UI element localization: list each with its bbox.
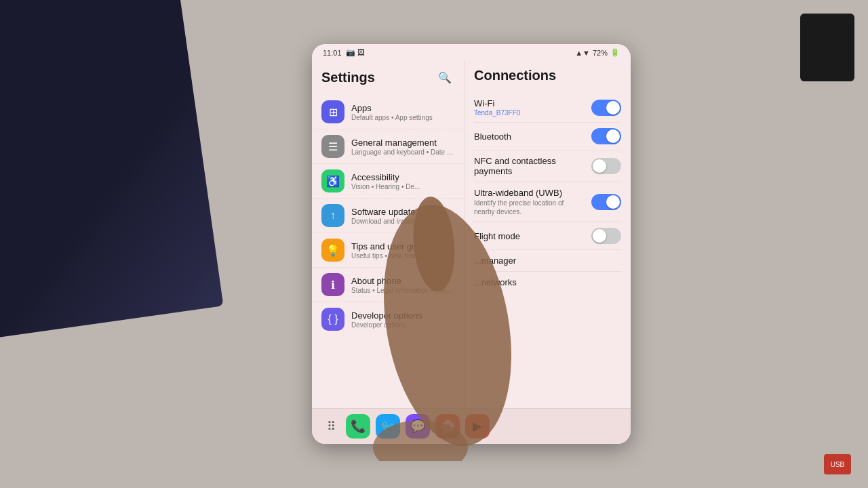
- connection-info-flight_mode: Flight mode: [474, 231, 586, 241]
- connections-panel: Connections Wi-Fi Tenda_B73FF0 Bluetooth…: [465, 60, 631, 408]
- item-text-tips: Tips and user guide Useful tips • New fe…: [351, 241, 454, 260]
- connection-name-mobile_manager: ...manager: [474, 256, 621, 266]
- toggle-bluetooth[interactable]: [591, 128, 621, 144]
- connection-info-networks: ...networks: [474, 277, 621, 287]
- toggle-knob-flight_mode: [593, 229, 606, 243]
- item-text-general_management: General management Language and keyboard…: [351, 138, 454, 156]
- connection-item-mobile_manager[interactable]: ...manager: [474, 250, 621, 272]
- status-left: 11:01 📷 🖼: [323, 48, 365, 57]
- connection-info-nfc: NFC and contactless payments: [474, 156, 586, 176]
- connection-item-bluetooth[interactable]: Bluetooth: [474, 123, 621, 150]
- connection-info-mobile_manager: ...manager: [474, 256, 621, 266]
- item-title-tips: Tips and user guide: [351, 241, 454, 251]
- charger: [800, 14, 854, 81]
- item-icon-accessibility: ♿: [321, 169, 344, 192]
- item-icon-software_update: ↑: [321, 204, 344, 227]
- connection-item-nfc[interactable]: NFC and contactless payments: [474, 150, 621, 182]
- apps-grid-button[interactable]: ⠿: [321, 417, 340, 436]
- item-subtitle-about_phone: Status • Legal information • Phone name: [351, 287, 454, 294]
- phone-device: 11:01 📷 🖼 ▲▼ 72% 🔋 Settings 🔍 ⊞ Apps D: [312, 44, 631, 444]
- status-right: ▲▼ 72% 🔋: [575, 48, 620, 57]
- connection-name-networks: ...networks: [474, 277, 621, 287]
- connection-desc-uwb: Identify the precise location of nearby …: [474, 199, 586, 216]
- connection-name-wifi: Wi-Fi: [474, 98, 586, 108]
- settings-list: ⊞ Apps Default apps • App settings ☰ Gen…: [312, 95, 464, 336]
- connection-info-wifi: Wi-Fi Tenda_B73FF0: [474, 98, 586, 117]
- connection-item-uwb[interactable]: Ultra-wideband (UWB) Identify the precis…: [474, 182, 621, 222]
- item-subtitle-accessibility: Vision • Hearing • De...: [351, 183, 454, 190]
- item-title-developer_options: Developer options: [351, 310, 454, 321]
- item-title-software_update: Software update: [351, 207, 454, 217]
- settings-panel: Settings 🔍 ⊞ Apps Default apps • App set…: [312, 60, 465, 408]
- dock-icon-phone[interactable]: 📞: [346, 414, 370, 439]
- connections-title: Connections: [474, 68, 621, 83]
- battery-level: 72%: [593, 49, 608, 57]
- dock-icons: 📞🐦💬🌸▶: [346, 414, 490, 439]
- settings-item-software_update[interactable]: ↑ Software update Download and install: [312, 199, 464, 233]
- toggle-knob-bluetooth: [606, 129, 620, 143]
- toggle-knob-wifi: [606, 101, 620, 115]
- notification-icons: 📷 🖼: [346, 48, 365, 57]
- dock-icon-youtube[interactable]: ▶: [465, 414, 490, 439]
- toggle-nfc[interactable]: [591, 158, 621, 174]
- toggle-flight_mode[interactable]: [591, 228, 621, 244]
- item-text-developer_options: Developer options Developer options: [351, 310, 454, 329]
- connection-item-flight_mode[interactable]: Flight mode: [474, 222, 621, 250]
- connection-info-bluetooth: Bluetooth: [474, 131, 586, 142]
- connection-name-uwb: Ultra-wideband (UWB): [474, 188, 586, 198]
- item-icon-developer_options: { }: [321, 308, 344, 331]
- item-icon-general_management: ☰: [321, 135, 344, 158]
- settings-item-about_phone[interactable]: ℹ About phone Status • Legal information…: [312, 268, 464, 302]
- item-text-accessibility: Accessibility Vision • Hearing • De...: [351, 172, 454, 190]
- settings-title: Settings: [321, 70, 375, 85]
- item-text-software_update: Software update Download and install: [351, 207, 454, 225]
- item-title-accessibility: Accessibility: [351, 172, 454, 182]
- item-title-about_phone: About phone: [351, 276, 454, 286]
- app-dock: ⠿ 📞🐦💬🌸▶: [312, 408, 631, 444]
- toggle-wifi[interactable]: [591, 100, 621, 116]
- connection-info-uwb: Ultra-wideband (UWB) Identify the precis…: [474, 188, 586, 216]
- item-text-about_phone: About phone Status • Legal information •…: [351, 276, 454, 294]
- dock-icon-messenger[interactable]: 💬: [406, 414, 430, 439]
- usb-icon: USB: [824, 454, 851, 474]
- connection-item-networks[interactable]: ...networks: [474, 272, 621, 293]
- item-subtitle-tips: Useful tips • New features: [351, 252, 454, 260]
- connection-sub-wifi: Tenda_B73FF0: [474, 109, 586, 117]
- dock-icon-flower[interactable]: 🌸: [435, 414, 460, 439]
- connection-name-nfc: NFC and contactless payments: [474, 156, 586, 176]
- search-icon: 🔍: [438, 71, 452, 84]
- clock: 11:01: [323, 49, 342, 57]
- settings-item-apps[interactable]: ⊞ Apps Default apps • App settings: [312, 95, 464, 129]
- settings-item-developer_options[interactable]: { } Developer options Developer options: [312, 302, 464, 336]
- battery-icon: 🔋: [610, 48, 620, 57]
- item-title-general_management: General management: [351, 138, 454, 148]
- item-icon-apps: ⊞: [321, 100, 344, 123]
- item-subtitle-software_update: Download and install: [351, 218, 454, 225]
- toggle-uwb[interactable]: [591, 194, 621, 210]
- settings-item-general_management[interactable]: ☰ General management Language and keyboa…: [312, 129, 464, 164]
- toggle-knob-uwb: [606, 195, 620, 209]
- item-subtitle-apps: Default apps • App settings: [351, 114, 454, 121]
- item-subtitle-developer_options: Developer options: [351, 321, 454, 329]
- connection-name-bluetooth: Bluetooth: [474, 131, 586, 142]
- connections-list: Wi-Fi Tenda_B73FF0 Bluetooth NFC and con…: [474, 93, 621, 293]
- toggle-knob-nfc: [593, 159, 606, 173]
- dock-icon-twitter[interactable]: 🐦: [376, 414, 400, 439]
- item-icon-about_phone: ℹ: [321, 273, 344, 296]
- item-text-apps: Apps Default apps • App settings: [351, 103, 454, 121]
- item-title-apps: Apps: [351, 103, 454, 113]
- phone-content: Settings 🔍 ⊞ Apps Default apps • App set…: [312, 60, 631, 408]
- search-button[interactable]: 🔍: [435, 68, 454, 87]
- item-subtitle-general_management: Language and keyboard • Date and time: [351, 148, 454, 156]
- settings-item-accessibility[interactable]: ♿ Accessibility Vision • Hearing • De...: [312, 164, 464, 199]
- settings-header: Settings 🔍: [312, 68, 464, 95]
- connection-item-wifi[interactable]: Wi-Fi Tenda_B73FF0: [474, 93, 621, 123]
- settings-item-tips[interactable]: 💡 Tips and user guide Useful tips • New …: [312, 233, 464, 268]
- item-icon-tips: 💡: [321, 239, 344, 262]
- connection-name-flight_mode: Flight mode: [474, 231, 586, 241]
- signal-icon: ▲▼: [575, 49, 590, 57]
- status-bar: 11:01 📷 🖼 ▲▼ 72% 🔋: [312, 44, 631, 60]
